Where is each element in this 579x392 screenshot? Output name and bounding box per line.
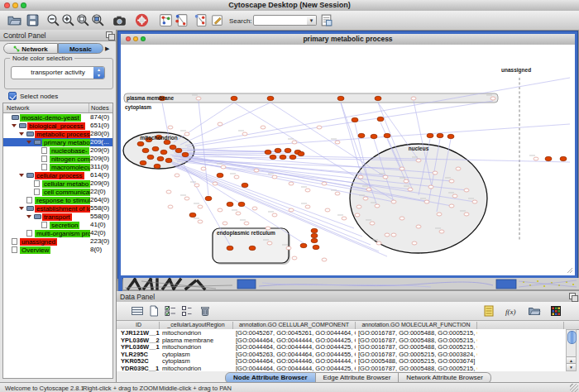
search-index-icon[interactable] [319,13,333,27]
float-panel-icon[interactable] [106,31,112,38]
tree-row[interactable]: unassigned223(0) [3,237,112,246]
table-cell: YDR039C__1 [118,365,160,372]
main-toolbar: Search: ▼ [0,11,579,31]
control-panel-tabs: Network Mosaic ▶ [3,43,113,55]
table-cell: mitochondrion [160,365,233,372]
table-row[interactable]: YLR295Ccytoplasm[GO:0045263, GO:0044464,… [117,351,566,358]
network-nodes-icon-3[interactable] [194,13,208,27]
table-row[interactable]: YKR052Ccytoplasm[GO:0044464, GO:0044446,… [117,357,566,365]
zoom-out-icon[interactable] [46,13,60,27]
expander-icon[interactable] [26,141,31,144]
tab-network[interactable]: Network [3,43,58,54]
import-list-icon[interactable] [482,304,495,318]
tree-row[interactable]: cellular process614(0) [3,171,112,179]
column-header[interactable]: annotation.GO CELLULAR_COMPONENT [233,322,356,329]
tree-row[interactable]: mosaic-demo-yeast874(0) [3,113,112,122]
new-attribute-icon[interactable] [147,304,160,318]
tree-row[interactable]: cell communicat22(0) [3,188,112,196]
scroll-down-icon[interactable]: ▼ [567,363,576,370]
delete-attribute-trash-icon[interactable] [199,304,212,318]
network-view-titlebar[interactable]: primary metabolic process [121,34,575,45]
annotation-page-icon[interactable] [210,13,224,27]
file-icon [34,189,40,195]
node-count: 209(... [90,138,112,146]
folder-icon [34,214,41,219]
network-nodes-icon-2[interactable] [175,13,189,27]
table-row[interactable]: YDR039C__1mitochondrion[GO:0044464, GO:0… [117,365,566,372]
function-builder-icon[interactable]: f(x) [505,304,518,318]
tree-col-nodes: Nodes [91,104,109,112]
tree-row[interactable]: primary metabo209(... [3,138,112,146]
select-attributes-icon[interactable] [164,304,177,318]
folder-icon [26,131,34,136]
tree-row[interactable]: establishment of lo558(0) [3,204,112,213]
float-data-panel-icon[interactable] [569,293,576,299]
expander-icon[interactable] [12,124,17,127]
open-folder-icon[interactable] [528,304,541,318]
column-header[interactable]: ID [118,322,160,329]
svg-text:f(x): f(x) [505,308,516,316]
tree-row[interactable]: biological_process651(0) [3,122,112,130]
tab-node-attribute-browser[interactable]: Node Attribute Browser [225,372,316,382]
tab-mosaic[interactable]: Mosaic [58,43,103,54]
snapshot-camera-icon[interactable] [112,13,127,27]
tree-row[interactable]: transport558(0) [3,213,112,221]
network-nodes-icon-1[interactable] [159,13,173,27]
column-header[interactable]: _cellularLayoutRegion [160,322,233,329]
tree-row[interactable]: metabolic process280(0) [3,130,112,138]
select-nodes-label: Select nodes [20,93,58,100]
table-row[interactable]: YJR121W__1mitochondrion[GO:0045267, GO:0… [117,329,566,337]
tab-edge-attribute-browser[interactable]: Edge Attribute Browser [316,372,400,382]
column-header[interactable]: annotation.GO MOLECULAR_FUNCTION [356,322,477,329]
zoom-in-icon[interactable] [61,13,75,27]
network-tree-label: nucleobase- [50,147,89,155]
file-icon [26,197,32,203]
zoom-selected-icon[interactable] [91,13,105,27]
attribute-table-icon[interactable] [131,304,144,318]
open-file-icon[interactable] [7,13,22,27]
tree-row[interactable]: nucleobase-209(0) [3,146,112,155]
matrix-icon[interactable] [549,304,562,318]
expander-icon[interactable] [19,207,24,210]
network-canvas[interactable]: plasma membranecytoplasmmitochondrionnuc… [121,45,575,275]
svg-text:unassigned: unassigned [501,67,531,74]
desktop-area: primary metabolic process plasma membran… [117,30,579,291]
expander-icon[interactable] [19,132,24,136]
unselect-attributes-icon[interactable] [180,304,194,318]
node-color-combobox[interactable]: transporter activity ▲▼ [11,66,105,79]
expander-icon[interactable] [26,215,31,218]
tree-row[interactable]: response to stimulu264(0) [3,196,112,204]
expander-icon[interactable] [19,174,24,177]
tab-network-attribute-browser[interactable]: Network Attribute Browser [399,372,490,382]
tree-row[interactable]: multi-organism pro42(0) [3,229,112,237]
resize-grip[interactable] [570,384,578,392]
network-tree-label: cell communicat [42,189,93,196]
tree-row[interactable]: cellular metabo209(0) [3,179,112,188]
tree-row[interactable]: secretion41(0) [3,221,112,229]
data-panel: Data Panel f(x) ID_cellularLayoutRegiona… [117,291,579,382]
zoom-fit-icon[interactable] [76,13,90,27]
table-row[interactable]: YPL036W__2plasma membrane[GO:0044464, GO… [117,337,566,344]
tree-row[interactable]: nitrogen compo209(0) [3,155,112,163]
network-view-window[interactable]: primary metabolic process plasma membran… [118,31,577,278]
save-icon[interactable] [26,13,40,27]
network-tree-label: establishment of lo [35,205,93,213]
table-scrollbar[interactable]: ▲ ▼ [566,329,577,371]
tree-row[interactable]: Overview8(0) [3,246,112,254]
table-row[interactable]: YPL036W__1mitochondrion[GO:0044464, GO:0… [117,343,566,351]
node-count: 22(0) [90,188,112,196]
file-icon [41,222,47,228]
data-panel-header: Data Panel [117,291,579,303]
control-panel: Control Panel Network Mosaic ▶ Node colo… [0,30,117,382]
help-lifesaver-icon[interactable] [135,13,149,27]
node-count: 209(0) [90,146,112,155]
status-zoom-hint: Right-click + drag to ZOOM [83,385,158,392]
more-tabs-arrow-icon[interactable]: ▶ [105,45,113,53]
tree-row[interactable]: macromolecule311(0) [3,163,112,171]
column-header[interactable] [477,322,564,329]
search-input[interactable] [253,15,308,26]
scrollbar-thumb[interactable] [567,331,577,344]
node-count: 209(0) [90,155,112,163]
select-nodes-checkbox[interactable] [8,92,17,100]
search-dropdown-icon[interactable]: ▼ [307,15,317,26]
